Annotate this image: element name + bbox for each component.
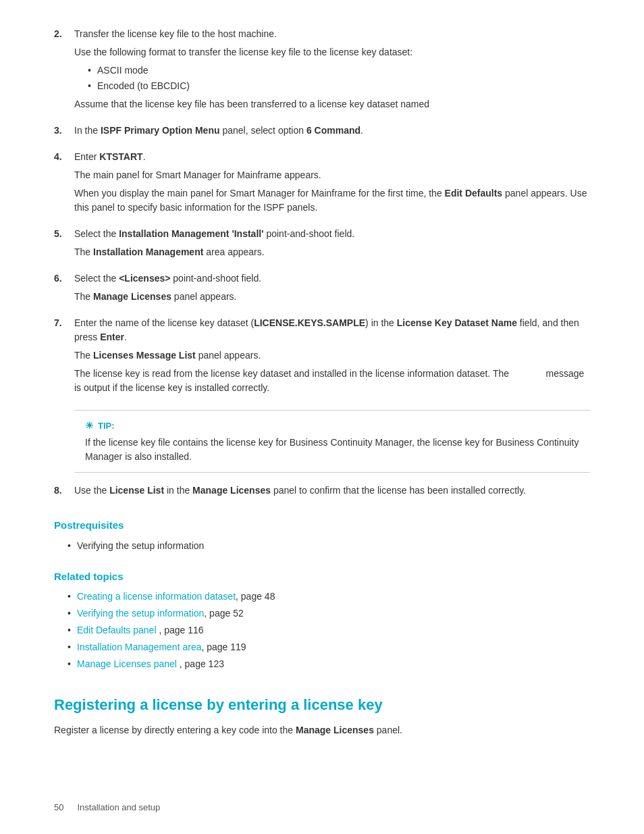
related-item-2: Verifying the setup information, page 52 — [68, 606, 590, 621]
step-3-content: In the ISPF Primary Option Menu panel, s… — [74, 124, 590, 142]
tip-label: ☀ TIP: — [85, 419, 579, 433]
step-2-sub-intro: Use the following format to transfer the… — [74, 45, 590, 59]
step-2: 2. Transfer the license key file to the … — [54, 27, 590, 115]
related-suffix-4: , page 119 — [201, 642, 246, 652]
step-4-text: Enter KTSTART. — [74, 150, 590, 164]
step-5-number: 5. — [54, 227, 74, 241]
step-4-edit-defaults: Edit Defaults — [445, 188, 503, 199]
step-3: 3. In the ISPF Primary Option Menu panel… — [54, 124, 590, 142]
bullet-ascii: ASCII mode — [88, 63, 590, 78]
step-4-sub2: When you display the main panel for Smar… — [74, 186, 590, 215]
step-7-msg-list: Licenses Message List — [93, 350, 196, 361]
step-4: 4. Enter KTSTART. The main panel for Sma… — [54, 150, 590, 219]
postrequisites-list: Verifying the setup information — [54, 539, 590, 553]
new-section-intro: Register a license by directly entering … — [54, 723, 590, 737]
step-5-install-mgmt-bold: Installation Management — [93, 246, 203, 257]
footer-section-label: Installation and setup — [77, 801, 160, 814]
step-7-content: Enter the name of the license key datase… — [74, 316, 590, 399]
related-item-1: Creating a license information dataset, … — [68, 590, 590, 604]
footer-page-number: 50 — [54, 801, 63, 814]
step-8-content: Use the License List in the Manage Licen… — [74, 484, 590, 502]
step-7-sub2: The license key is read from the license… — [74, 367, 590, 395]
related-item-5: Manage Licenses panel , page 123 — [68, 657, 590, 671]
step-6-text: Select the <Licenses> point-and-shoot fi… — [74, 271, 590, 286]
step-4-content: Enter KTSTART. The main panel for Smart … — [74, 150, 590, 219]
step-2-note: Assume that the license key file has bee… — [74, 97, 590, 111]
step-6-licenses: <Licenses> — [119, 273, 170, 284]
tip-title: TIP: — [98, 419, 115, 433]
step-3-bold-1: ISPF Primary Option Menu — [101, 125, 220, 136]
related-link-3[interactable]: Edit Defaults panel — [77, 625, 159, 635]
related-suffix-3: , page 116 — [159, 625, 203, 635]
tip-box: ☀ TIP: If the license key file contains … — [74, 410, 590, 473]
step-7-text: Enter the name of the license key datase… — [74, 316, 590, 344]
step-4-number: 4. — [54, 150, 74, 164]
related-link-1[interactable]: Creating a license information dataset — [77, 591, 236, 602]
step-2-number: 2. — [54, 27, 74, 41]
step-5: 5. Select the Installation Management 'I… — [54, 227, 590, 263]
page: 2. Transfer the license key file to the … — [0, 0, 644, 834]
related-item-3: Edit Defaults panel , page 116 — [68, 623, 590, 637]
step-2-content: Transfer the license key file to the hos… — [74, 27, 590, 115]
related-link-2[interactable]: Verifying the setup information — [77, 608, 204, 619]
step-7: 7. Enter the name of the license key dat… — [54, 316, 590, 399]
step-7-sub1: The Licenses Message List panel appears. — [74, 348, 590, 363]
page-footer: 50 Installation and setup — [54, 801, 590, 814]
related-topics-list: Creating a license information dataset, … — [54, 590, 590, 671]
step-3-number: 3. — [54, 124, 74, 138]
related-suffix-5: , page 123 — [180, 658, 224, 669]
step-5-install-mgmt: Installation Management 'Install' — [119, 228, 263, 239]
postrequisites-item-1: Verifying the setup information — [68, 539, 590, 553]
related-suffix-1: , page 48 — [236, 591, 275, 602]
new-section-manage-licenses: Manage Licenses — [296, 725, 374, 735]
step-8-license-list: License List — [109, 485, 164, 496]
step-7-field-name: License Key Dataset Name — [397, 317, 517, 328]
step-3-bold-2: 6 Command — [306, 125, 360, 136]
step-8-number: 8. — [54, 484, 74, 498]
step-3-text: In the ISPF Primary Option Menu panel, s… — [74, 124, 590, 138]
step-2-bullets: ASCII mode Encoded (to EBCDIC) — [74, 63, 590, 93]
step-8: 8. Use the License List in the Manage Li… — [54, 484, 590, 502]
step-4-ktstart: KTSTART — [99, 151, 142, 162]
related-item-4: Installation Management area, page 119 — [68, 640, 590, 654]
related-topics-heading: Related topics — [54, 569, 590, 585]
step-5-content: Select the Installation Management 'Inst… — [74, 227, 590, 263]
related-link-4[interactable]: Installation Management area — [77, 642, 201, 652]
step-8-manage-licenses: Manage Licenses — [192, 485, 271, 496]
new-section-title: Registering a license by entering a lice… — [54, 696, 590, 715]
step-7-number: 7. — [54, 316, 74, 330]
postrequisites-heading: Postrequisites — [54, 518, 590, 533]
step-4-sub1: The main panel for Smart Manager for Mai… — [74, 168, 590, 182]
related-suffix-2: , page 52 — [204, 608, 243, 619]
step-8-text: Use the License List in the Manage Licen… — [74, 484, 590, 498]
tip-text: If the license key file contains the lic… — [85, 436, 579, 464]
bullet-encoded: Encoded (to EBCDIC) — [88, 79, 590, 93]
related-link-5[interactable]: Manage Licenses panel — [77, 658, 180, 669]
step-7-enter: Enter — [100, 332, 124, 342]
tip-icon: ☀ — [85, 419, 94, 433]
step-5-sub1: The Installation Management area appears… — [74, 245, 590, 259]
step-2-intro: Transfer the license key file to the hos… — [74, 27, 590, 41]
step-6-content: Select the <Licenses> point-and-shoot fi… — [74, 271, 590, 308]
step-6: 6. Select the <Licenses> point-and-shoot… — [54, 271, 590, 308]
step-5-text: Select the Installation Management 'Inst… — [74, 227, 590, 241]
step-7-dataset-name: LICENSE.KEYS.SAMPLE — [254, 317, 365, 328]
step-6-sub1: The Manage Licenses panel appears. — [74, 290, 590, 304]
step-6-manage-licenses: Manage Licenses — [93, 291, 171, 302]
step-6-number: 6. — [54, 271, 74, 286]
